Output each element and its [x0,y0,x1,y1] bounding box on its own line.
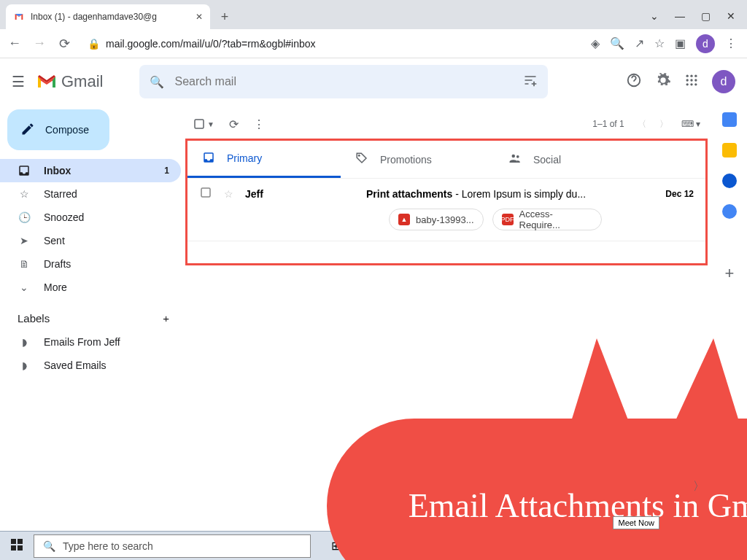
compose-button[interactable]: Compose [7,109,109,150]
new-tab-button[interactable]: + [214,7,235,27]
sidebar-item-more[interactable]: ⌄More [0,276,181,299]
tab-social[interactable]: Social [494,141,647,178]
sidepanel-icon[interactable]: ▣ [675,36,686,50]
sidebar-item-starred[interactable]: ☆Starred [0,182,181,206]
minimize-icon[interactable]: — [675,10,685,22]
sidebar-label-2[interactable]: ◗Saved Emails [0,354,181,377]
lock-icon: 🔒 [88,38,100,50]
callout-text: Email Attachments in Gmail. [327,419,747,560]
start-button[interactable] [0,539,34,553]
more-actions-icon[interactable]: ⋮ [253,117,265,131]
svg-point-4 [686,79,689,81]
pdf-file-icon: PDF [502,214,514,225]
mail-toolbar: ▼ ⟳ ⋮ 1–1 of 1 〈 〉 ⌨ ▾ [181,109,712,139]
main-panel: ▼ ⟳ ⋮ 1–1 of 1 〈 〉 ⌨ ▾ Primary [181,105,712,531]
primary-icon [202,151,215,166]
inbox-icon [18,164,31,177]
contacts-icon[interactable] [722,204,737,219]
zoom-icon[interactable]: 🔍 [610,36,624,50]
email-row[interactable]: ☆ Jeff Print attachments - Lorem Ipsum i… [187,179,705,241]
share-icon[interactable]: ↗ [635,36,644,50]
apps-grid-icon[interactable] [684,73,699,91]
row-checkbox[interactable] [199,186,212,201]
search-bar[interactable]: 🔍 [139,65,548,98]
prev-page-icon[interactable]: 〈 [638,118,646,131]
tooltip: Meet Now [613,516,659,529]
sidebar-label-1[interactable]: ◗Emails From Jeff [0,330,181,354]
sidebar-item-drafts[interactable]: 🗎Drafts [0,252,181,276]
sidebar-item-sent[interactable]: ➤Sent [0,229,181,252]
close-window-icon[interactable]: ✕ [727,10,735,22]
maximize-icon[interactable]: ▢ [701,10,711,22]
forward-button[interactable]: → [31,36,48,51]
refresh-icon[interactable]: ⟳ [229,117,239,131]
chevron-down-icon: ⌄ [18,281,31,293]
sidebar-item-inbox[interactable]: Inbox 1 [0,159,181,182]
extension-icon[interactable]: ◈ [591,36,600,50]
attachment-chip-image[interactable]: ▲ baby-13993... [389,209,484,230]
sidebar-item-snoozed[interactable]: 🕒Snoozed [0,206,181,229]
search-icon: 🔍 [150,75,164,89]
svg-point-7 [686,83,689,85]
labels-header: Labels + [0,299,181,330]
url-field[interactable]: 🔒 mail.google.com/mail/u/0/?tab=rm&ogbl#… [80,38,584,50]
keep-icon[interactable] [722,143,737,158]
chevron-down-icon[interactable]: ⌄ [650,10,659,22]
account-avatar[interactable]: d [712,70,735,93]
search-icon: 🔍 [43,540,55,552]
address-bar: ← → ⟳ 🔒 mail.google.com/mail/u/0/?tab=rm… [0,29,747,58]
select-all-checkbox[interactable]: ▼ [193,117,214,131]
gmail-favicon [13,11,25,23]
svg-point-11 [359,155,360,157]
addons-icon[interactable]: + [725,264,735,283]
main-menu-icon[interactable]: ☰ [12,73,29,90]
settings-icon[interactable] [655,72,671,92]
sidebar: Compose Inbox 1 ☆Starred 🕒Snoozed ➤Sent … [0,105,181,531]
input-tools-icon[interactable]: ⌨ ▾ [681,119,700,129]
tab-promotions[interactable]: Promotions [341,141,494,178]
search-options-icon[interactable] [523,73,538,90]
email-subject: Print attachments - Lorem Ipsum is simpl… [366,188,654,200]
svg-point-3 [694,74,697,77]
svg-point-9 [694,83,697,85]
send-icon: ➤ [18,235,31,246]
clock-icon: 🕒 [18,211,31,223]
label-icon: ◗ [18,336,31,348]
tab-title: Inbox (1) - dagenhamdave30@g [31,12,190,22]
browser-tab[interactable]: Inbox (1) - dagenhamdave30@g ✕ [6,4,210,29]
gmail-app: ☰ Gmail 🔍 d [0,58,747,531]
taskbar-search[interactable]: 🔍 Type here to search [34,534,311,558]
calendar-icon[interactable] [722,112,737,127]
svg-point-8 [690,83,692,85]
svg-rect-19 [11,545,16,551]
svg-point-2 [690,74,692,77]
star-icon: ☆ [18,188,31,200]
side-panel-toggle-icon[interactable]: 〉 [693,479,705,494]
svg-rect-14 [201,188,210,197]
close-tab-icon[interactable]: ✕ [196,12,203,22]
add-label-icon[interactable]: + [163,312,169,324]
svg-point-5 [690,79,692,81]
gmail-logo[interactable]: Gmail [36,72,103,91]
row-star-icon[interactable]: ☆ [224,188,233,200]
attachment-chip-pdf[interactable]: PDF Access-Require... [492,209,602,230]
tab-primary[interactable]: Primary [187,141,341,178]
help-icon[interactable] [626,72,642,92]
back-button[interactable]: ← [6,36,23,51]
tasks-icon[interactable] [722,174,737,188]
svg-rect-17 [11,539,16,544]
next-page-icon[interactable]: 〉 [659,118,668,131]
bookmark-icon[interactable]: ☆ [654,36,665,50]
people-icon [508,152,522,167]
draft-icon: 🗎 [18,258,31,270]
svg-rect-18 [18,539,23,544]
email-date: Dec 12 [665,189,694,199]
gmail-header: ☰ Gmail 🔍 d [0,58,747,105]
kebab-menu-icon[interactable]: ⋮ [725,36,737,50]
email-sender: Jeff [245,188,355,200]
search-input[interactable] [174,75,513,88]
reload-button[interactable]: ⟳ [55,36,73,52]
annotation-highlight-box: Primary Promotions Social ☆ J [185,139,708,265]
profile-avatar[interactable]: d [696,34,715,53]
svg-point-6 [694,79,697,81]
